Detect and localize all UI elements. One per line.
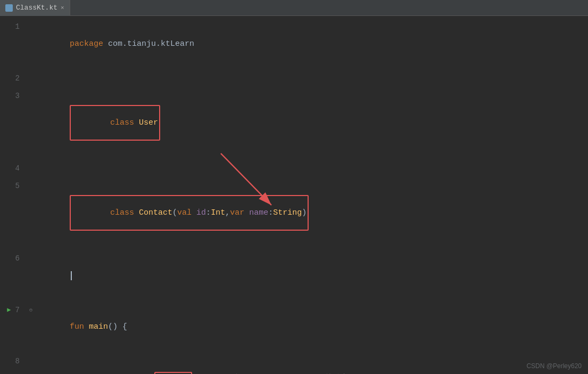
highlight-user-call: User(); [154,372,192,374]
line-content-5: class Contact(val id:Int,var name:String… [38,178,588,250]
line-number-1: 1 [0,18,29,35]
tab-classkt[interactable]: ClassKt.kt × [0,0,70,16]
line-content-4 [38,160,588,177]
line-number-8: 8 [0,353,29,370]
line-content-1: package com.tianju.ktLearn [38,19,588,70]
code-line-3: 3 class User [0,87,588,160]
line-number-6: 6 [0,250,29,267]
gutter-7: ⊖ [29,302,38,319]
line-number-5: 5 [0,177,29,194]
line-number-2: 2 [0,70,29,87]
tab-label: ClassKt.kt [16,4,57,12]
kotlin-file-icon [5,4,13,12]
tab-bar: ClassKt.kt × [0,0,588,16]
tab-close-button[interactable]: × [61,5,64,11]
code-line-2: 2 [0,70,588,87]
code-line-6: 6 [0,250,588,302]
code-line-1: 1 package com.tianju.ktLearn [0,18,588,70]
code-line-8: 8 val user = User(); // new 对象 在kt里面没有 n… [0,353,588,374]
line-content-6 [38,250,588,302]
code-line-7: ▶7 ⊖ fun main() { [0,302,588,353]
fold-icon-7: ⊖ [29,307,32,313]
line-content-8: val user = User(); // new 对象 在kt里面没有 new… [38,353,588,374]
line-content-2 [38,70,588,87]
code-line-4: 4 [0,160,588,177]
code-line-5: 5 class Contact(val id:Int,var name:Stri… [0,177,588,250]
line-number-3: 3 [0,87,29,104]
line-number-7: ▶7 [0,302,29,319]
highlight-class-contact: class Contact(val id:Int,var name:String… [70,195,309,231]
line-number-4: 4 [0,160,29,177]
run-icon[interactable]: ▶ [7,302,11,319]
code-editor[interactable]: 1 package com.tianju.ktLearn 2 3 class U… [0,16,588,374]
line-content-7: fun main() { [38,302,588,353]
highlight-class-user: class User [70,105,160,141]
line-content-3: class User [38,88,588,160]
watermark: CSDN @Perley620 [526,362,582,370]
